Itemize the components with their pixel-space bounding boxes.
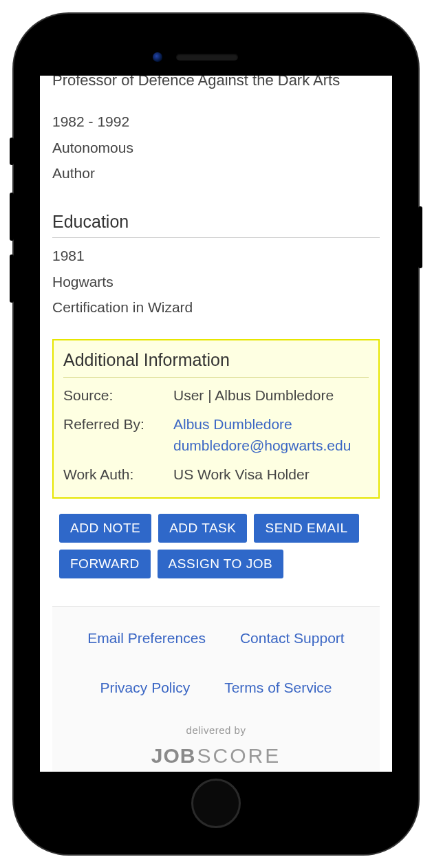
mute-switch [10,138,14,165]
source-label: Source: [63,384,173,406]
work-auth-value: US Work Visa Holder [173,464,369,486]
education-heading: Education [52,209,380,239]
terms-of-service-link[interactable]: Terms of Service [224,677,332,699]
jobscore-logo-job: JOB [151,740,196,771]
phone-bezel: Professor of Defence Against the Dark Ar… [28,28,404,840]
jobscore-logo-score: SCORE [197,740,281,771]
volume-up-button [10,193,14,241]
assign-to-job-button[interactable]: ASSIGN TO JOB [158,550,284,578]
referred-by-label: Referred By: [63,413,173,457]
footer-links: Email Preferences Contact Support Privac… [59,627,373,698]
add-note-button[interactable]: ADD NOTE [59,514,151,543]
action-button-bar: ADD NOTE ADD TASK SEND EMAIL FORWARD ASS… [59,514,380,578]
work-auth-row: Work Auth: US Work Visa Holder [63,464,369,486]
education-degree: Certification in Wizard [52,296,380,318]
forward-button[interactable]: FORWARD [59,550,151,578]
phone-device-frame: Professor of Defence Against the Dark Ar… [14,14,418,854]
earpiece-speaker-icon [176,54,238,61]
education-year: 1981 [52,245,380,267]
send-email-button[interactable]: SEND EMAIL [254,514,358,543]
referred-by-row: Referred By: Albus Dumbledore dumbledore… [63,413,369,457]
experience-company: Autonomous [52,137,380,159]
add-task-button[interactable]: ADD TASK [158,514,247,543]
delivered-by-block: delivered by JOB SCORE [59,723,373,771]
referred-by-email-link[interactable]: dumbledore@hogwarts.edu [173,435,369,457]
source-value: User | Albus Dumbledore [173,384,369,406]
contact-support-link[interactable]: Contact Support [240,627,345,649]
email-preferences-link[interactable]: Email Preferences [87,627,206,649]
source-row: Source: User | Albus Dumbledore [63,384,369,406]
front-camera-icon [153,52,162,62]
experience-entry: 1982 - 1992 Autonomous Author [52,111,380,184]
app-screen: Professor of Defence Against the Dark Ar… [40,76,392,772]
experience-dates: 1982 - 1992 [52,111,380,133]
additional-information-panel: Additional Information Source: User | Al… [52,339,380,499]
work-auth-label: Work Auth: [63,464,173,486]
additional-information-heading: Additional Information [63,347,369,378]
experience-role: Author [52,162,380,184]
page-footer: Email Preferences Contact Support Privac… [52,606,380,772]
phone-sensor-cluster [194,52,238,62]
education-entry: 1981 Hogwarts Certification in Wizard [52,245,380,318]
candidate-detail-content: Professor of Defence Against the Dark Ar… [40,76,392,772]
privacy-policy-link[interactable]: Privacy Policy [100,677,190,699]
referred-by-value: Albus Dumbledore dumbledore@hogwarts.edu [173,413,369,457]
delivered-by-label: delivered by [59,723,373,739]
referred-by-name-link[interactable]: Albus Dumbledore [173,413,369,435]
home-button[interactable] [191,779,241,828]
experience-title: Professor of Defence Against the Dark Ar… [52,76,380,91]
jobscore-logo: JOB SCORE [59,740,373,771]
power-button [418,206,422,268]
education-school: Hogwarts [52,271,380,293]
volume-down-button [10,254,14,303]
